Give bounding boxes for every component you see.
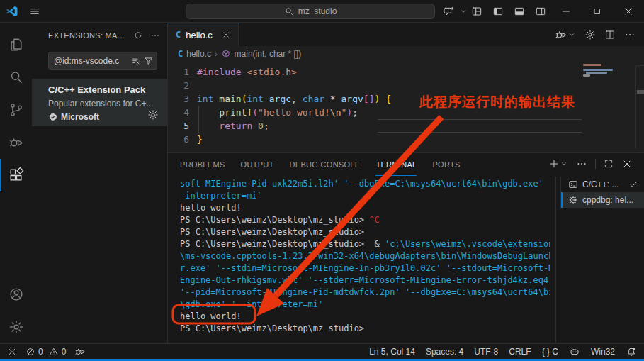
tab-terminal[interactable]: TERMINAL: [375, 153, 417, 176]
indentation[interactable]: Spaces: 4: [426, 344, 463, 359]
terminal-list: C/C++: ... cppdbg: hel...: [560, 177, 644, 208]
minimize-button[interactable]: [550, 0, 582, 23]
terminal-line: soft-MIEngine-Pid-uxk22m5i.l2h' '--dbgEx…: [180, 178, 550, 190]
vscode-window: mz_studio EXTENSIONS: MA...: [0, 0, 644, 361]
toggle-secondary-sidebar-icon[interactable]: [531, 0, 550, 23]
indent-guide: [198, 106, 199, 133]
problems-status[interactable]: 0 0: [26, 344, 66, 359]
cursor-position[interactable]: Ln 5, Col 14: [369, 344, 415, 359]
breadcrumb-separator: ›: [215, 50, 218, 58]
terminal-list-item-cpp[interactable]: C/C++: ...: [561, 177, 644, 192]
new-terminal-icon[interactable]: [548, 158, 568, 170]
extensions-icon[interactable]: [0, 159, 32, 191]
refresh-icon[interactable]: [133, 30, 143, 40]
menu-icon[interactable]: [24, 0, 45, 23]
editor-settings-gear-icon[interactable]: [584, 29, 596, 40]
sidebar-title: EXTENSIONS: MA...: [48, 31, 125, 40]
copilot-chat-icon[interactable]: [439, 0, 458, 23]
activity-bar: [0, 23, 32, 343]
encoding[interactable]: UTF-8: [474, 344, 498, 359]
accounts-icon[interactable]: [0, 278, 32, 311]
breadcrumb-file[interactable]: hello.c: [186, 49, 211, 59]
extensions-search-input[interactable]: [54, 56, 128, 66]
editor-group: C hello.c C hello.c › main(int, char * […: [167, 23, 644, 152]
tab-problems[interactable]: PROBLEMS: [180, 153, 225, 176]
c-file-icon: C: [176, 30, 181, 40]
funnel-filter-icon[interactable]: [144, 56, 154, 66]
extensions-search-box[interactable]: [48, 52, 157, 70]
explorer-icon[interactable]: [0, 28, 32, 61]
extension-manage-gear-icon[interactable]: [147, 109, 159, 121]
terminal-line: PS C:\Users\weimz\Desktop\mz_studio>: [180, 323, 550, 335]
title-bar: mz_studio: [0, 0, 644, 23]
close-panel-icon[interactable]: [621, 158, 633, 170]
command-center-text: mz_studio: [298, 6, 337, 16]
debug-terminal-icon: [568, 195, 578, 205]
filter-lines-icon[interactable]: [131, 56, 141, 66]
toggle-primary-sidebar-icon[interactable]: [489, 0, 507, 23]
tab-close-icon[interactable]: [222, 30, 230, 39]
more-actions-icon[interactable]: [150, 30, 160, 40]
editor-scrollbar[interactable]: [635, 65, 644, 148]
terminal-line: Engine-Out-rhkigsmv.wlt' '--stderr=Micro…: [180, 274, 550, 287]
extension-name: C/C++ Extension Pack: [48, 84, 160, 95]
terminal-list-item-cppdbg[interactable]: cppdbg: hel...: [561, 192, 644, 208]
code-line: 5 return 0;: [168, 119, 616, 133]
terminal-output[interactable]: soft-MIEngine-Pid-uxk22m5i.l2h' '--dbgEx…: [180, 178, 550, 335]
terminal-line: hello world!: [180, 202, 550, 214]
extension-description: Popular extensions for C+...: [48, 99, 160, 109]
maximize-panel-icon[interactable]: [604, 159, 614, 169]
editor-more-actions-icon[interactable]: [624, 29, 635, 40]
os-indicator[interactable]: Win32: [591, 344, 615, 359]
search-sidebar-icon[interactable]: [0, 61, 32, 94]
bottom-panel: PROBLEMS OUTPUT DEBUG CONSOLE TERMINAL P…: [167, 152, 644, 343]
extension-publisher: Microsoft: [61, 112, 99, 122]
minimap[interactable]: [583, 64, 618, 106]
terminal-line: r.exe' '--stdin=Microsoft-MIEngine-In-pb…: [180, 262, 550, 274]
tab-ports[interactable]: PORTS: [432, 153, 460, 176]
customize-layout-icon[interactable]: [468, 0, 486, 23]
tab-hello-c[interactable]: C hello.c: [168, 23, 239, 46]
tab-output[interactable]: OUTPUT: [241, 153, 274, 176]
code-line: 6}: [168, 133, 616, 146]
run-debug-icon[interactable]: [0, 126, 32, 159]
settings-gear-icon[interactable]: [0, 311, 32, 343]
terminal-line: '--pid=Microsoft-MIEngine-Pid-mdtdwfck.2…: [180, 287, 550, 299]
extension-list-item[interactable]: C/C++ Extension Pack Popular extensions …: [32, 79, 167, 126]
tab-label: hello.c: [186, 30, 213, 40]
check-icon: [628, 179, 638, 189]
code-line: 2: [168, 79, 616, 92]
errors-icon: [26, 347, 35, 357]
eol-sequence[interactable]: CRLF: [509, 344, 531, 359]
breadcrumb[interactable]: C hello.c › main(int, char * []): [168, 46, 644, 62]
tab-debug-console[interactable]: DEBUG CONSOLE: [290, 153, 361, 176]
panel-more-actions-icon[interactable]: [576, 158, 587, 170]
remote-indicator-icon[interactable]: [7, 344, 17, 359]
language-mode[interactable]: { } C: [542, 344, 558, 359]
status-bar: 0 0 Ln 5, Col 14 Spaces: 4 UTF-8 CRLF { …: [0, 343, 644, 359]
terminal-scrollbar[interactable]: [550, 177, 550, 343]
toggle-panel-icon[interactable]: [510, 0, 529, 23]
run-debug-file-icon[interactable]: [555, 28, 576, 41]
command-center-search[interactable]: mz_studio: [186, 4, 435, 19]
annotation-note: 此程序运行时的输出结果: [419, 93, 575, 111]
run-chevron-down-icon: [567, 30, 576, 39]
code-line: 1#include <stdio.h>: [168, 65, 616, 79]
source-control-icon[interactable]: [0, 94, 32, 126]
terminal-scrollbar-edge: [555, 177, 556, 343]
editor-tab-bar: C hello.c: [168, 23, 644, 46]
close-window-button[interactable]: [613, 0, 644, 23]
debug-status-icon[interactable]: [74, 344, 86, 359]
terminal-line: PS C:\Users\weimz\Desktop\mz_studio> & '…: [180, 238, 550, 250]
breadcrumb-symbol[interactable]: main(int, char * []): [235, 49, 302, 59]
split-editor-icon[interactable]: [604, 29, 616, 40]
notifications-bell-icon[interactable]: [626, 344, 637, 359]
verified-badge-icon: [48, 112, 58, 122]
terminal-line: PS C:\Users\weimz\Desktop\mz_studio>: [180, 226, 550, 238]
search-icon: [284, 6, 294, 16]
annotation-line-2: [378, 132, 582, 133]
terminal-chevron-down-icon: [560, 160, 568, 168]
copilot-status-icon[interactable]: [569, 344, 580, 359]
maximize-button[interactable]: [582, 0, 613, 23]
terminal-line: PS C:\Users\weimz\Desktop\mz_studio> ^C: [180, 214, 550, 226]
